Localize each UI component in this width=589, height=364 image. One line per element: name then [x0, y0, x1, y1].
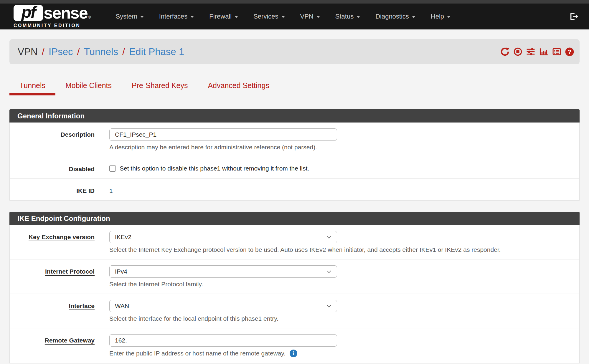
interface-select[interactable]: WAN	[109, 300, 337, 312]
pfsense-logo[interactable]: pf sense ® COMMUNITY EDITION	[14, 5, 91, 28]
menu-diagnostics[interactable]: Diagnostics	[368, 13, 423, 20]
tab-bar: Tunnels Mobile Clients Pre-Shared Keys A…	[9, 79, 580, 95]
disabled-checkbox-label: Set this option to disable this phase1 w…	[120, 165, 309, 172]
tab-pre-shared-keys[interactable]: Pre-Shared Keys	[122, 79, 198, 95]
breadcrumb-separator: /	[42, 46, 44, 57]
menu-interfaces[interactable]: Interfaces	[151, 13, 202, 20]
tab-tunnels[interactable]: Tunnels	[9, 79, 55, 95]
tab-advanced-settings[interactable]: Advanced Settings	[198, 79, 279, 95]
help-icon[interactable]: ?	[565, 47, 574, 57]
description-help: A description may be entered here for ad…	[109, 144, 579, 151]
internet-protocol-row: Internet Protocol IPv4 Select the Intern…	[10, 259, 579, 294]
log-list-icon[interactable]	[552, 47, 561, 57]
breadcrumb-ipsec[interactable]: IPsec	[49, 46, 73, 57]
pf-logo-box: pf	[14, 5, 43, 21]
interface-label: Interface	[69, 302, 95, 309]
breadcrumb-separator: /	[77, 46, 80, 57]
menu-services[interactable]: Services	[246, 13, 292, 20]
breadcrumb-separator: /	[122, 46, 125, 57]
key-exchange-select[interactable]: IKEv2	[109, 231, 337, 243]
menu-help[interactable]: Help	[423, 13, 458, 20]
sliders-icon[interactable]	[526, 47, 535, 57]
disabled-row: Disabled Set this option to disable this…	[10, 157, 579, 179]
key-exchange-help: Select the Internet Key Exchange protoco…	[109, 246, 579, 253]
menu-firewall[interactable]: Firewall	[202, 13, 246, 20]
main-menu: System Interfaces Firewall Services VPN …	[108, 13, 458, 20]
remote-gateway-help: Enter the public IP address or host name…	[109, 350, 579, 357]
caret-down-icon	[235, 16, 238, 18]
registered-mark: ®	[88, 15, 91, 19]
menu-status[interactable]: Status	[328, 13, 368, 20]
breadcrumb-vpn: VPN	[18, 46, 38, 57]
caret-down-icon	[316, 16, 320, 18]
breadcrumb-bar: VPN / IPsec / Tunnels / Edit Phase 1 ?	[9, 39, 580, 64]
description-input[interactable]	[109, 128, 337, 141]
pf-logo-text: pf	[22, 4, 35, 22]
remote-gateway-label: Remote Gateway	[45, 337, 95, 344]
menu-vpn[interactable]: VPN	[293, 13, 328, 20]
key-exchange-label: Key Exchange version	[29, 234, 95, 240]
panel-title: General Information	[17, 112, 85, 120]
general-information-panel: General Information Description A descri…	[9, 109, 580, 201]
ike-id-row: IKE ID 1	[10, 179, 579, 200]
panel-title: IKE Endpoint Configuration	[17, 214, 110, 223]
internet-protocol-help: Select the Internet Protocol family.	[109, 281, 579, 288]
ike-id-label: IKE ID	[76, 187, 95, 194]
stop-icon[interactable]	[513, 47, 522, 57]
breadcrumb: VPN / IPsec / Tunnels / Edit Phase 1	[18, 46, 184, 57]
ike-endpoint-header: IKE Endpoint Configuration	[9, 212, 580, 225]
caret-down-icon	[357, 16, 360, 18]
interface-row: Interface WAN Select the interface for t…	[10, 294, 579, 328]
disabled-label: Disabled	[69, 166, 95, 172]
remote-gateway-input[interactable]	[109, 334, 337, 347]
chevron-down-icon	[326, 270, 331, 273]
caret-down-icon	[447, 16, 451, 18]
refresh-icon[interactable]	[500, 47, 509, 57]
sign-out-icon[interactable]	[567, 10, 580, 23]
top-strip	[0, 0, 589, 4]
general-information-header: General Information	[9, 109, 580, 123]
chevron-down-icon	[326, 305, 331, 308]
page-action-icons: ?	[500, 47, 574, 57]
chevron-down-icon	[326, 236, 331, 239]
status-chart-icon[interactable]	[539, 47, 548, 57]
caret-down-icon	[412, 16, 415, 18]
info-icon[interactable]: i	[290, 350, 297, 357]
top-navbar: pf sense ® COMMUNITY EDITION System Inte…	[0, 4, 589, 29]
internet-protocol-select[interactable]: IPv4	[109, 265, 337, 278]
remote-gateway-row: Remote Gateway Enter the public IP addre…	[10, 328, 579, 363]
description-row: Description A description may be entered…	[10, 123, 579, 157]
tab-mobile-clients[interactable]: Mobile Clients	[55, 79, 122, 95]
caret-down-icon	[281, 16, 285, 18]
description-label: Description	[60, 131, 95, 138]
caret-down-icon	[140, 16, 144, 18]
internet-protocol-label: Internet Protocol	[45, 268, 95, 275]
ike-id-value: 1	[109, 185, 579, 194]
svg-text:?: ?	[568, 48, 571, 55]
key-exchange-row: Key Exchange version IKEv2 Select the In…	[10, 225, 579, 259]
interface-help: Select the interface for the local endpo…	[109, 315, 579, 322]
breadcrumb-tunnels[interactable]: Tunnels	[84, 46, 118, 57]
disabled-checkbox[interactable]	[109, 165, 116, 172]
ike-endpoint-panel: IKE Endpoint Configuration Key Exchange …	[9, 212, 580, 363]
community-edition-label: COMMUNITY EDITION	[14, 23, 91, 28]
menu-system[interactable]: System	[108, 13, 151, 20]
breadcrumb-edit-phase-1[interactable]: Edit Phase 1	[129, 46, 184, 57]
caret-down-icon	[190, 16, 194, 18]
sense-logo-text: sense	[44, 5, 88, 21]
